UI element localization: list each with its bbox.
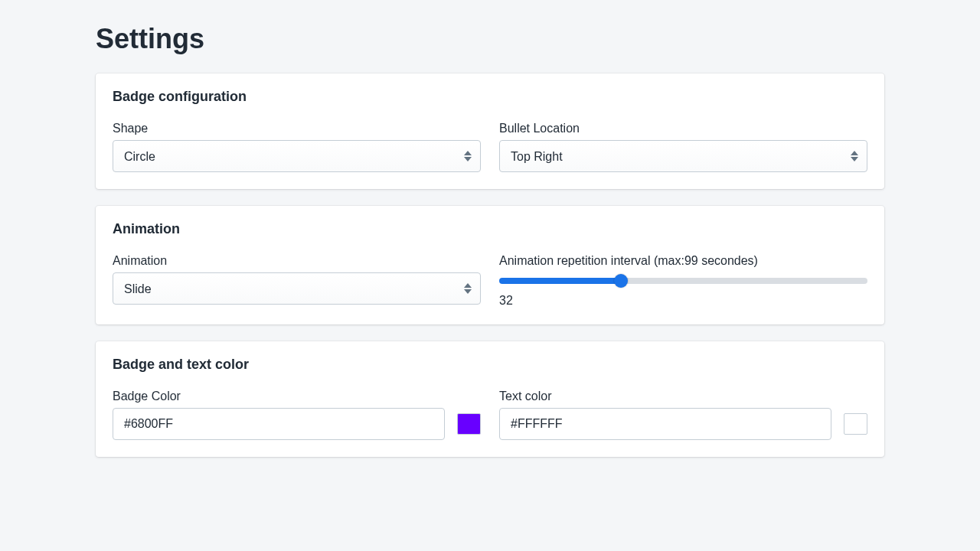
animation-label: Animation: [113, 254, 481, 268]
animation-card: Animation Animation Slide Animation repe…: [96, 206, 884, 324]
animation-select[interactable]: Slide: [113, 272, 481, 305]
bullet-location-label: Bullet Location: [499, 122, 867, 135]
shape-select[interactable]: Circle: [113, 140, 481, 172]
badge-config-heading: Badge configuration: [113, 89, 867, 105]
interval-label: Animation repetition interval (max:99 se…: [499, 254, 867, 268]
text-color-input[interactable]: [499, 408, 831, 440]
colors-heading: Badge and text color: [113, 357, 867, 373]
text-color-swatch[interactable]: [844, 413, 867, 435]
animation-heading: Animation: [113, 221, 867, 237]
text-color-label: Text color: [499, 390, 867, 403]
colors-card: Badge and text color Badge Color Text co…: [96, 341, 884, 457]
interval-value-text: 32: [499, 294, 867, 308]
badge-configuration-card: Badge configuration Shape Circle Bullet …: [96, 73, 884, 189]
page-title: Settings: [96, 23, 884, 55]
bullet-location-select[interactable]: Top Right: [499, 140, 867, 172]
badge-color-label: Badge Color: [113, 390, 481, 403]
badge-color-swatch[interactable]: [457, 413, 481, 435]
badge-color-input[interactable]: [113, 408, 445, 440]
interval-slider[interactable]: [499, 277, 867, 285]
shape-label: Shape: [113, 122, 481, 135]
